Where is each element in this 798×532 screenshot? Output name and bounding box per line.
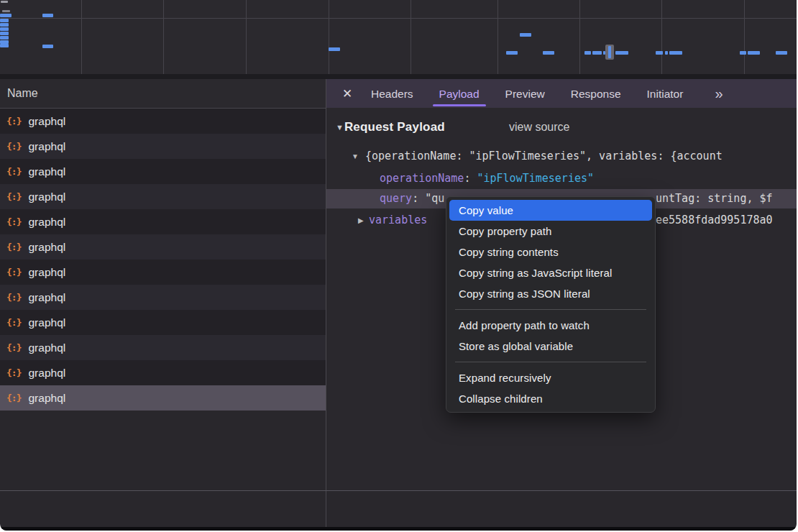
json-braces-icon: {:} bbox=[6, 191, 21, 202]
overview-gridline bbox=[497, 0, 498, 74]
request-payload-section-header[interactable]: ▼ Request Payload bbox=[336, 120, 445, 134]
overview-request-bar bbox=[520, 33, 531, 37]
overview-request-bar bbox=[42, 14, 53, 17]
request-name-label: graphql bbox=[28, 367, 65, 380]
overview-request-bar bbox=[615, 51, 628, 55]
context-menu-item-expand-recursively[interactable]: Expand recursively bbox=[446, 367, 655, 388]
close-details-button[interactable]: ✕ bbox=[339, 86, 355, 101]
view-source-link[interactable]: view source bbox=[509, 121, 569, 134]
overview-request-bar bbox=[656, 51, 663, 55]
overview-request-bar bbox=[776, 51, 787, 55]
overview-request-bar bbox=[543, 51, 554, 55]
json-braces-icon: {:} bbox=[6, 393, 21, 403]
request-name-label: graphql bbox=[28, 316, 65, 329]
property-value-tail: untTag: string, $f bbox=[656, 191, 773, 206]
key-value-separator: : bbox=[464, 172, 477, 185]
tab-preview[interactable]: Preview bbox=[495, 79, 555, 108]
request-name-label: graphql bbox=[28, 392, 65, 405]
overview-request-bar bbox=[506, 51, 518, 55]
property-value-tail: ee5588fdad995178a0 bbox=[656, 213, 773, 228]
name-column-header[interactable]: Name bbox=[0, 79, 326, 109]
context-menu-item-copy-value[interactable]: Copy value bbox=[449, 200, 652, 221]
request-name-label: graphql bbox=[28, 241, 65, 254]
overview-gridline bbox=[661, 0, 662, 74]
overview-gridline bbox=[163, 0, 164, 74]
network-overview-timeline[interactable] bbox=[0, 0, 797, 74]
json-tree-property-row[interactable]: variables bbox=[369, 213, 427, 228]
network-request-row[interactable]: {:}graphql bbox=[0, 385, 326, 411]
chevron-double-right-icon: » bbox=[715, 86, 721, 101]
network-request-row[interactable]: {:}graphql bbox=[0, 285, 326, 310]
request-name-label: graphql bbox=[28, 341, 65, 354]
overview-request-bar bbox=[0, 44, 9, 47]
overview-gridline bbox=[411, 0, 411, 74]
context-menu-item-add-property-path-to-watch[interactable]: Add property path to watch bbox=[446, 315, 655, 336]
json-tree-root-row[interactable]: {operationName: "ipFlowTimeseries", vari… bbox=[365, 149, 723, 164]
tab-strip: HeadersPayloadPreviewResponseInitiator bbox=[361, 79, 693, 108]
request-list-panel: Name {:}graphql{:}graphql{:}graphql{:}gr… bbox=[0, 79, 326, 490]
tab-initiator[interactable]: Initiator bbox=[637, 79, 694, 108]
expand-arrow[interactable]: ▶ bbox=[358, 216, 364, 224]
context-menu-item-copy-string-as-json-literal[interactable]: Copy string as JSON literal bbox=[446, 283, 655, 304]
context-menu-item-copy-property-path[interactable]: Copy property path bbox=[446, 221, 655, 242]
overview-dash bbox=[1, 1, 8, 3]
tab-payload[interactable]: Payload bbox=[429, 79, 490, 108]
overview-request-bar bbox=[592, 51, 602, 55]
network-request-row[interactable]: {:}graphql bbox=[0, 184, 326, 209]
network-request-row[interactable]: {:}graphql bbox=[0, 234, 326, 260]
overview-request-bar bbox=[42, 45, 53, 48]
overview-request-bar bbox=[0, 19, 9, 22]
section-collapse-arrow[interactable]: ▼ bbox=[336, 123, 344, 132]
network-request-row[interactable]: {:}graphql bbox=[0, 159, 326, 184]
request-name-label: graphql bbox=[28, 165, 65, 178]
request-name-label: graphql bbox=[28, 216, 65, 229]
context-menu-item-copy-string-as-javascript-literal[interactable]: Copy string as JavaScript literal bbox=[446, 262, 655, 283]
overview-row-divider bbox=[0, 18, 797, 19]
property-key: operationName bbox=[380, 172, 464, 185]
json-tree-property-row[interactable]: operationName: "ipFlowTimeseries" bbox=[380, 171, 594, 186]
network-request-row[interactable]: {:}graphql bbox=[0, 260, 326, 285]
network-request-row[interactable]: {:}graphql bbox=[0, 209, 326, 234]
overview-request-bar bbox=[669, 51, 682, 55]
json-braces-icon: {:} bbox=[6, 267, 21, 278]
property-value: "ipFlowTimeseries" bbox=[477, 172, 594, 185]
devtools-window: Name {:}graphql{:}graphql{:}graphql{:}gr… bbox=[0, 0, 797, 531]
context-menu-item-collapse-children[interactable]: Collapse children bbox=[446, 388, 655, 409]
network-request-row[interactable]: {:}graphql bbox=[0, 310, 326, 335]
network-request-row[interactable]: {:}graphql bbox=[0, 109, 326, 134]
close-icon: ✕ bbox=[342, 87, 352, 101]
network-request-row[interactable]: {:}graphql bbox=[0, 134, 326, 159]
request-name-label: graphql bbox=[28, 191, 65, 203]
json-braces-icon: {:} bbox=[6, 116, 21, 127]
context-menu: Copy valueCopy property pathCopy string … bbox=[446, 196, 656, 413]
property-key: query bbox=[380, 192, 412, 205]
overview-request-bar bbox=[584, 51, 591, 55]
network-request-row[interactable]: {:}graphql bbox=[0, 335, 326, 360]
json-tree-property-row[interactable]: query: "qu bbox=[380, 191, 444, 206]
overview-request-bar bbox=[740, 51, 746, 55]
more-tabs-button[interactable]: » bbox=[715, 86, 721, 102]
footer-divider bbox=[0, 490, 797, 491]
json-braces-icon: {:} bbox=[6, 317, 21, 328]
request-name-label: graphql bbox=[28, 291, 65, 304]
tab-response[interactable]: Response bbox=[561, 79, 631, 108]
request-list: {:}graphql{:}graphql{:}graphql{:}graphql… bbox=[0, 109, 326, 411]
property-key: variables bbox=[369, 214, 427, 226]
overview-request-bar bbox=[0, 27, 9, 31]
overview-hover-marker bbox=[605, 45, 614, 60]
json-braces-icon: {:} bbox=[6, 292, 21, 303]
context-menu-item-store-as-global-variable[interactable]: Store as global variable bbox=[446, 336, 655, 357]
context-menu-item-copy-string-contents[interactable]: Copy string contents bbox=[446, 242, 655, 262]
overview-request-bar bbox=[0, 36, 9, 40]
overview-request-bar bbox=[0, 23, 9, 27]
network-request-row[interactable]: {:}graphql bbox=[0, 360, 326, 385]
tab-headers[interactable]: Headers bbox=[361, 79, 423, 108]
overview-request-bar bbox=[329, 47, 340, 51]
details-tab-bar: ✕ HeadersPayloadPreviewResponseInitiator… bbox=[326, 79, 797, 108]
expand-arrow[interactable]: ▼ bbox=[352, 152, 359, 160]
overview-request-bar bbox=[748, 51, 760, 55]
context-menu-divider bbox=[446, 357, 655, 367]
key-value-separator: : bbox=[412, 192, 425, 205]
overview-gridline bbox=[246, 0, 247, 74]
json-braces-icon: {:} bbox=[6, 367, 21, 378]
